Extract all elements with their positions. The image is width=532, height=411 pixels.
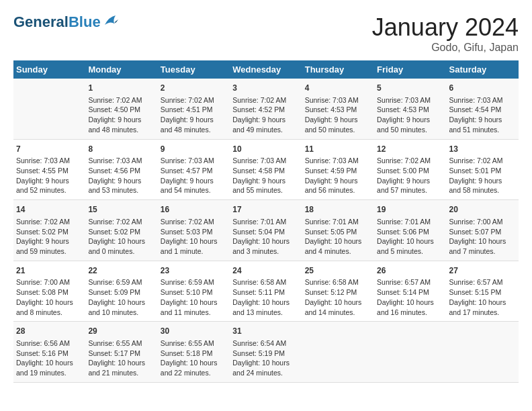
day-info: Sunrise: 6:59 AMSunset: 5:10 PMDaylight:… [161,277,227,317]
day-info: Sunrise: 7:03 AMSunset: 4:57 PMDaylight:… [161,156,227,195]
day-info: Sunrise: 7:03 AMSunset: 4:54 PMDaylight:… [449,95,516,135]
col-sunday: Sunday [13,60,85,79]
calendar-week-2: 7Sunrise: 7:03 AMSunset: 4:55 PMDaylight… [13,139,519,200]
logo: GeneralBlue [13,13,118,31]
day-number: 31 [232,326,299,337]
day-number: 19 [377,204,443,216]
calendar-cell: 29Sunrise: 6:55 AMSunset: 5:17 PMDayligh… [85,322,157,383]
calendar-cell: 4Sunrise: 7:03 AMSunset: 4:53 PMDaylight… [302,79,374,139]
calendar-cell: 8Sunrise: 7:03 AMSunset: 4:56 PMDaylight… [85,139,157,200]
day-info: Sunrise: 7:03 AMSunset: 4:53 PMDaylight:… [377,95,443,135]
day-info: Sunrise: 6:57 AMSunset: 5:15 PMDaylight:… [449,277,516,317]
calendar-cell: 13Sunrise: 7:02 AMSunset: 5:01 PMDayligh… [447,139,519,200]
day-number: 27 [449,265,516,277]
col-tuesday: Tuesday [158,60,230,79]
day-info: Sunrise: 7:02 AMSunset: 5:01 PMDaylight:… [449,156,516,195]
calendar-cell: 17Sunrise: 7:01 AMSunset: 5:04 PMDayligh… [230,200,302,261]
calendar-cell [447,322,519,383]
calendar-cell: 12Sunrise: 7:02 AMSunset: 5:00 PMDayligh… [374,139,446,200]
logo-general: GeneralBlue [13,13,101,31]
calendar-cell: 10Sunrise: 7:03 AMSunset: 4:58 PMDayligh… [230,139,302,200]
day-number: 4 [305,83,371,94]
calendar-body: 1Sunrise: 7:02 AMSunset: 4:50 PMDaylight… [13,79,519,382]
day-info: Sunrise: 7:00 AMSunset: 5:07 PMDaylight:… [449,217,516,257]
day-number: 1 [88,83,154,94]
day-number: 20 [449,204,516,216]
day-info: Sunrise: 6:58 AMSunset: 5:11 PMDaylight:… [232,277,299,317]
day-number: 17 [232,204,299,216]
calendar-week-3: 14Sunrise: 7:02 AMSunset: 5:02 PMDayligh… [13,200,519,261]
month-title: January 2024 [372,13,519,42]
day-number: 28 [16,326,83,337]
day-number: 5 [377,83,443,94]
day-number: 9 [161,144,227,155]
day-info: Sunrise: 6:55 AMSunset: 5:17 PMDaylight:… [88,338,154,378]
calendar-cell: 16Sunrise: 7:02 AMSunset: 5:03 PMDayligh… [158,200,230,261]
calendar-cell: 31Sunrise: 6:54 AMSunset: 5:19 PMDayligh… [230,322,302,383]
day-number: 13 [449,144,516,155]
day-number: 25 [305,265,371,277]
calendar-cell [302,322,374,383]
day-info: Sunrise: 7:02 AMSunset: 5:00 PMDaylight:… [377,156,443,195]
calendar-cell: 5Sunrise: 7:03 AMSunset: 4:53 PMDaylight… [374,79,446,139]
calendar-cell: 22Sunrise: 6:59 AMSunset: 5:09 PMDayligh… [85,261,157,322]
day-number: 7 [16,144,83,155]
calendar-cell: 1Sunrise: 7:02 AMSunset: 4:50 PMDaylight… [85,79,157,139]
day-number: 15 [88,204,154,216]
day-info: Sunrise: 7:02 AMSunset: 5:03 PMDaylight:… [161,217,227,257]
day-info: Sunrise: 7:01 AMSunset: 5:06 PMDaylight:… [377,217,443,257]
calendar-week-4: 21Sunrise: 7:00 AMSunset: 5:08 PMDayligh… [13,261,519,322]
calendar-cell: 15Sunrise: 7:02 AMSunset: 5:02 PMDayligh… [85,200,157,261]
day-info: Sunrise: 6:59 AMSunset: 5:09 PMDaylight:… [88,277,154,317]
calendar-table: Sunday Monday Tuesday Wednesday Thursday… [13,60,519,383]
calendar-week-5: 28Sunrise: 6:56 AMSunset: 5:16 PMDayligh… [13,322,519,383]
page-header: GeneralBlue January 2024 Godo, Gifu, Jap… [13,13,519,54]
day-number: 6 [449,83,516,94]
day-info: Sunrise: 7:03 AMSunset: 4:55 PMDaylight:… [16,156,83,195]
day-number: 30 [161,326,227,337]
title-block: January 2024 Godo, Gifu, Japan [372,13,519,54]
day-info: Sunrise: 7:03 AMSunset: 4:53 PMDaylight:… [305,95,371,135]
calendar-cell [374,322,446,383]
calendar-cell: 30Sunrise: 6:55 AMSunset: 5:18 PMDayligh… [158,322,230,383]
day-info: Sunrise: 7:02 AMSunset: 4:50 PMDaylight:… [88,95,154,135]
day-number: 21 [16,265,83,277]
day-info: Sunrise: 7:03 AMSunset: 4:56 PMDaylight:… [88,156,154,195]
day-info: Sunrise: 6:55 AMSunset: 5:18 PMDaylight:… [161,338,227,378]
day-info: Sunrise: 6:56 AMSunset: 5:16 PMDaylight:… [16,338,83,378]
calendar-cell: 28Sunrise: 6:56 AMSunset: 5:16 PMDayligh… [13,322,85,383]
day-info: Sunrise: 7:02 AMSunset: 4:51 PMDaylight:… [161,95,227,135]
day-number: 23 [161,265,227,277]
calendar-cell: 18Sunrise: 7:01 AMSunset: 5:05 PMDayligh… [302,200,374,261]
col-thursday: Thursday [302,60,374,79]
day-number: 18 [305,204,371,216]
calendar-cell: 2Sunrise: 7:02 AMSunset: 4:51 PMDaylight… [158,79,230,139]
col-monday: Monday [85,60,157,79]
day-info: Sunrise: 7:01 AMSunset: 5:04 PMDaylight:… [232,217,299,257]
calendar-cell: 21Sunrise: 7:00 AMSunset: 5:08 PMDayligh… [13,261,85,322]
calendar-cell: 19Sunrise: 7:01 AMSunset: 5:06 PMDayligh… [374,200,446,261]
day-number: 26 [377,265,443,277]
day-info: Sunrise: 7:02 AMSunset: 4:52 PMDaylight:… [232,95,299,135]
day-number: 16 [161,204,227,216]
logo-bird-icon [103,14,118,30]
calendar-cell: 27Sunrise: 6:57 AMSunset: 5:15 PMDayligh… [447,261,519,322]
calendar-cell: 24Sunrise: 6:58 AMSunset: 5:11 PMDayligh… [230,261,302,322]
day-info: Sunrise: 7:01 AMSunset: 5:05 PMDaylight:… [305,217,371,257]
day-info: Sunrise: 6:58 AMSunset: 5:12 PMDaylight:… [305,277,371,317]
day-info: Sunrise: 7:02 AMSunset: 5:02 PMDaylight:… [16,217,83,257]
day-number: 24 [232,265,299,277]
day-number: 22 [88,265,154,277]
calendar-cell [13,79,85,139]
col-friday: Friday [374,60,446,79]
logo-text-block: GeneralBlue [13,13,118,31]
day-info: Sunrise: 7:00 AMSunset: 5:08 PMDaylight:… [16,277,83,317]
day-info: Sunrise: 7:02 AMSunset: 5:02 PMDaylight:… [88,217,154,257]
calendar-cell: 25Sunrise: 6:58 AMSunset: 5:12 PMDayligh… [302,261,374,322]
col-wednesday: Wednesday [230,60,302,79]
day-info: Sunrise: 7:03 AMSunset: 4:58 PMDaylight:… [232,156,299,195]
day-number: 2 [161,83,227,94]
day-number: 3 [232,83,299,94]
calendar-cell: 7Sunrise: 7:03 AMSunset: 4:55 PMDaylight… [13,139,85,200]
day-info: Sunrise: 6:54 AMSunset: 5:19 PMDaylight:… [232,338,299,378]
